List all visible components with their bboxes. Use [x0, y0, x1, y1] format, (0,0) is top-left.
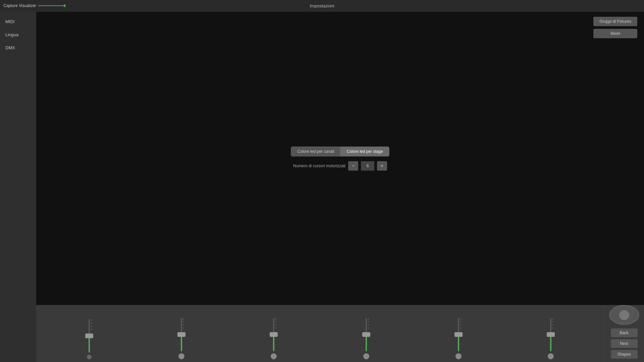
fader-dot — [368, 327, 369, 328]
pan-knob-5[interactable] — [455, 353, 462, 359]
fader-dot — [368, 324, 369, 325]
stepper-row: Numero di cursori motorizzati − 6 + — [293, 161, 387, 171]
stepper-plus-button[interactable]: + — [377, 161, 387, 171]
fader-fill-6 — [550, 336, 551, 351]
fader-track-6 — [550, 318, 551, 351]
fader-track-2 — [181, 318, 182, 351]
fader-track-4 — [366, 318, 367, 351]
right-buttons: Gruppi di Fixtures Mixer — [593, 17, 637, 38]
fader-dot — [91, 323, 92, 324]
pan-knob-2[interactable] — [178, 353, 184, 359]
main-area: MIDI Lingua DMX Gruppi di Fixtures Mixer… — [0, 12, 644, 362]
fader-dot — [91, 320, 92, 321]
fader-knob-3[interactable] — [270, 332, 278, 337]
fader-dot — [275, 318, 276, 319]
fader-knob-2[interactable] — [177, 332, 185, 337]
fader-channel-2 — [135, 308, 227, 359]
fader-dot — [368, 321, 369, 322]
fader-knob-1[interactable] — [85, 334, 93, 338]
sidebar-item-lingua[interactable]: Lingua — [0, 28, 36, 41]
circular-knob-inner — [619, 310, 629, 320]
fader-dot — [183, 327, 184, 328]
fader-channels — [36, 305, 604, 362]
fader-dots-3 — [275, 318, 276, 328]
sidebar-item-dmx[interactable]: DMX — [0, 41, 36, 54]
mixer-button[interactable]: Mixer — [593, 29, 637, 38]
fader-dots-6 — [552, 318, 553, 328]
fader-fill-2 — [181, 336, 182, 351]
sidebar: MIDI Lingua DMX — [0, 12, 36, 362]
fader-dot — [368, 318, 369, 319]
mixer-right-panel: Back Next Shapes — [604, 305, 644, 362]
back-arrow-icon — [38, 5, 65, 6]
fader-dot — [552, 324, 553, 325]
gruppi-fixtures-button[interactable]: Gruppi di Fixtures — [593, 17, 637, 26]
fader-dot — [460, 327, 461, 328]
led-color-tabs: Colore led per canali Colore led per sta… — [291, 146, 389, 157]
fader-dot — [460, 318, 461, 319]
fader-dot — [275, 324, 276, 325]
fader-dot — [183, 324, 184, 325]
fader-track-5 — [458, 318, 459, 351]
fader-dot — [552, 327, 553, 328]
fader-track-1 — [89, 319, 90, 353]
sidebar-item-midi[interactable]: MIDI — [0, 15, 36, 28]
stepper-value: 6 — [361, 161, 374, 171]
pan-knob-4[interactable] — [363, 353, 369, 359]
fader-channel-5 — [412, 308, 504, 359]
mixer-area: Back Next Shapes — [36, 305, 644, 362]
fader-dot — [183, 321, 184, 322]
page-title: Impostazioni — [310, 3, 334, 8]
fader-dots-2 — [183, 318, 184, 328]
fader-fill-1 — [89, 338, 90, 353]
fader-channel-1 — [43, 308, 135, 359]
fader-channel-4 — [320, 308, 412, 359]
fader-dot — [183, 318, 184, 319]
tab-stage[interactable]: Colore led per stage — [340, 147, 389, 156]
sidebar-toggle-label: Capture Visualizer — [3, 3, 36, 8]
fader-dot — [552, 321, 553, 322]
shapes-button[interactable]: Shapes — [611, 350, 638, 359]
stepper-minus-button[interactable]: − — [348, 161, 358, 171]
stepper-label: Numero di cursori motorizzati — [293, 164, 345, 168]
back-button[interactable]: Back — [611, 328, 638, 337]
fader-dot — [552, 318, 553, 319]
fader-knob-6[interactable] — [547, 332, 555, 337]
tab-canali[interactable]: Colore led per canali — [291, 147, 340, 156]
fader-dot — [460, 324, 461, 325]
fader-knob-5[interactable] — [454, 332, 463, 337]
visualizer-area: Gruppi di Fixtures Mixer Colore led per … — [36, 12, 644, 305]
fader-fill-3 — [273, 336, 274, 351]
fader-channel-3 — [228, 308, 320, 359]
fader-dots-1 — [91, 319, 92, 330]
fader-dot — [91, 326, 92, 327]
pan-knob-6[interactable] — [548, 353, 554, 359]
next-button[interactable]: Next — [611, 339, 638, 348]
fader-dot — [91, 329, 92, 330]
fader-fill-4 — [366, 336, 367, 351]
pan-knob-1[interactable] — [87, 355, 92, 359]
fader-fill-5 — [458, 336, 459, 351]
fader-channel-6 — [505, 308, 597, 359]
fader-dots-4 — [368, 318, 369, 328]
fader-dot — [275, 327, 276, 328]
top-bar: Capture Visualizer Impostazioni — [0, 0, 644, 12]
fader-dot — [275, 321, 276, 322]
circular-knob[interactable] — [609, 305, 639, 325]
fader-track-3 — [273, 318, 274, 351]
sidebar-toggle[interactable]: Capture Visualizer — [3, 3, 65, 8]
fader-dots-5 — [460, 318, 461, 328]
pan-knob-3[interactable] — [271, 353, 277, 359]
right-panel: Gruppi di Fixtures Mixer Colore led per … — [36, 12, 644, 362]
center-panel: Colore led per canali Colore led per sta… — [291, 146, 389, 171]
fader-dot — [460, 321, 461, 322]
fader-knob-4[interactable] — [362, 332, 370, 337]
